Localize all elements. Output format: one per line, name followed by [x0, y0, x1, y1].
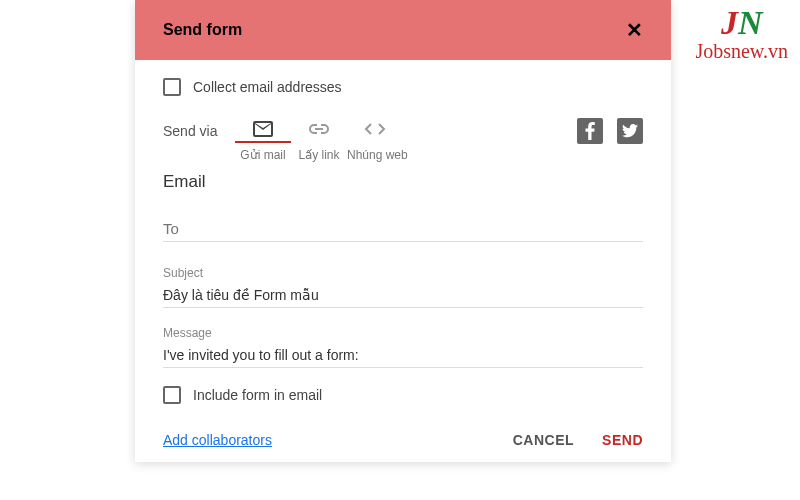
subject-input[interactable] — [163, 283, 643, 308]
include-form-checkbox[interactable] — [163, 386, 181, 404]
send-via-tabs — [235, 119, 403, 143]
link-icon — [309, 119, 329, 139]
tab-embed-caption: Nhúng web — [347, 148, 403, 162]
collect-emails-row: Collect email addresses — [163, 78, 643, 96]
subject-field: Subject — [163, 266, 643, 308]
include-form-label: Include form in email — [193, 387, 322, 403]
send-form-dialog: Send form ✕ Collect email addresses Send… — [135, 0, 671, 462]
send-via-row: Send via — [163, 118, 643, 144]
subject-label: Subject — [163, 266, 643, 280]
tab-captions: Gửi mail Lấy link Nhúng web — [235, 148, 643, 162]
tab-embed[interactable] — [347, 119, 403, 143]
message-field: Message — [163, 326, 643, 368]
footer-actions: CANCEL SEND — [513, 432, 643, 448]
watermark-j: J — [721, 4, 738, 41]
tab-link[interactable] — [291, 119, 347, 143]
to-input[interactable] — [163, 216, 643, 242]
dialog-title: Send form — [163, 21, 242, 39]
tab-email[interactable] — [235, 119, 291, 143]
dialog-header: Send form ✕ — [135, 0, 671, 60]
message-label: Message — [163, 326, 643, 340]
watermark-text: Jobsnew.vn — [695, 40, 788, 63]
message-input[interactable] — [163, 343, 643, 368]
email-section-title: Email — [163, 172, 643, 192]
social-share-group — [577, 118, 643, 144]
send-button[interactable]: SEND — [602, 432, 643, 448]
send-via-label: Send via — [163, 123, 235, 139]
watermark-n: N — [738, 4, 763, 41]
close-icon[interactable]: ✕ — [626, 18, 643, 42]
dialog-footer: Add collaborators CANCEL SEND — [163, 432, 643, 448]
tab-email-caption: Gửi mail — [235, 148, 291, 162]
watermark: JN Jobsnew.vn — [695, 6, 788, 63]
twitter-icon[interactable] — [617, 118, 643, 144]
collect-emails-label: Collect email addresses — [193, 79, 342, 95]
tab-link-caption: Lấy link — [291, 148, 347, 162]
include-form-row: Include form in email — [163, 386, 643, 404]
collect-emails-checkbox[interactable] — [163, 78, 181, 96]
add-collaborators-link[interactable]: Add collaborators — [163, 432, 272, 448]
embed-icon — [364, 119, 386, 139]
watermark-logo: JN — [695, 6, 788, 40]
cancel-button[interactable]: CANCEL — [513, 432, 574, 448]
facebook-icon[interactable] — [577, 118, 603, 144]
email-icon — [253, 119, 273, 139]
dialog-body: Collect email addresses Send via — [135, 60, 671, 462]
